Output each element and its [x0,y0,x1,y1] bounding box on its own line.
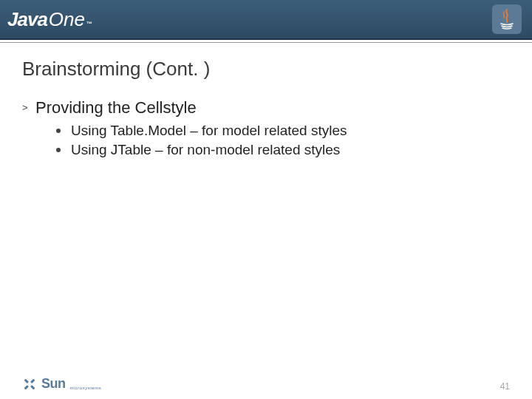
bullet-level2: Using Table.Model – for model related st… [56,122,510,140]
logo-text-one: One [49,8,85,31]
footer: Sun microsystems 41 [0,376,532,392]
java-cup-icon [492,4,522,34]
sub-bullet-list: Using Table.Model – for model related st… [56,122,510,159]
sun-logo: Sun microsystems [22,376,101,392]
header-bar: Java One ™ [0,0,532,40]
svg-rect-1 [24,385,29,389]
bullet-level2-text: Using Table.Model – for model related st… [71,122,347,140]
logo-text-java: Java [7,8,47,31]
bullet-level2-text: Using JTable – for non-model related sty… [71,141,340,159]
sun-logo-subtext: microsystems [70,386,102,390]
bullet-dot-icon [56,148,61,152]
page-number: 41 [500,381,510,392]
bullet-level1: > Providing the Cellstyle [22,98,510,117]
bullet-level2: Using JTable – for non-model related sty… [56,141,510,159]
svg-rect-2 [24,378,29,383]
logo-trademark: ™ [86,21,92,27]
bullet-level1-text: Providing the Cellstyle [35,98,197,117]
slide-title: Brainstorming (Cont. ) [22,58,510,81]
sun-emblem-icon [22,377,37,392]
svg-rect-0 [30,378,35,383]
content-area: Brainstorming (Cont. ) > Providing the C… [0,43,532,399]
bullet-dot-icon [56,129,61,133]
svg-rect-3 [30,385,35,389]
bullet-marker-chevron: > [22,98,35,117]
javaone-logo: Java One ™ [7,8,92,31]
sun-logo-text: Sun [41,376,66,392]
slide: Java One ™ Brainstorming (Cont. ) > Prov… [0,0,532,399]
